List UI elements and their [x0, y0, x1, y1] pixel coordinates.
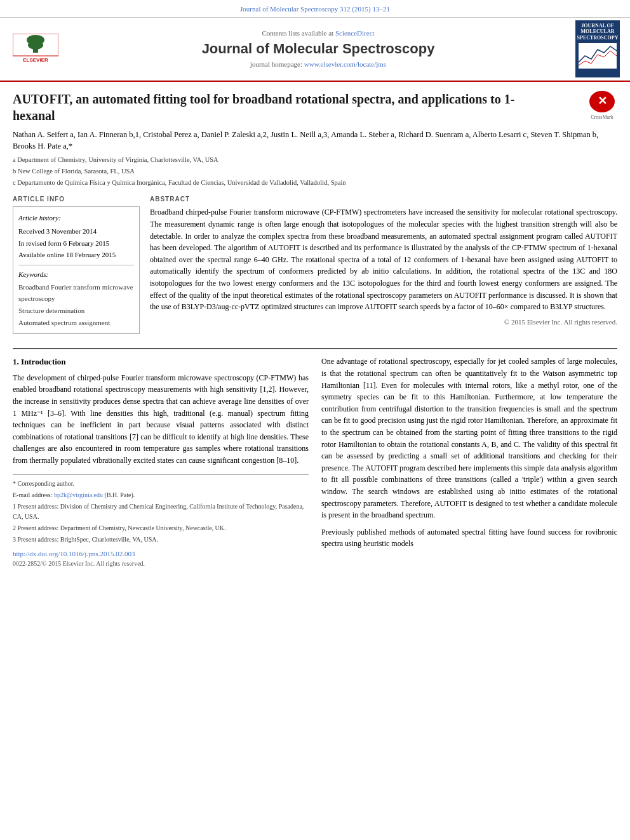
issn-line: 0022-2852/© 2015 Elsevier Inc. All right… — [13, 559, 309, 568]
body-right-col: One advantage of rotational spectroscopy… — [321, 356, 617, 568]
abstract-label: ABSTRACT — [150, 194, 617, 204]
journal-main-title: Journal of Molecular Spectroscopy — [61, 38, 575, 59]
affiliation-c: c Departamento de Química Física y Quími… — [13, 178, 617, 189]
email-label: E-mail address: — [13, 491, 52, 498]
crossmark-label: CrossMark — [591, 114, 613, 121]
corresponding-label: * Corresponding author. — [13, 479, 309, 489]
crossmark-badge: ✕ CrossMark — [587, 91, 617, 121]
cover-journal-title: JOURNAL OFMOLECULARSPECTROSCOPY — [577, 23, 619, 41]
body-two-col: 1. Introduction The development of chirp… — [13, 356, 617, 568]
keywords-list: Broadband Fourier transform microwave sp… — [18, 281, 134, 329]
journal-homepage: journal homepage: www.elsevier.com/locat… — [61, 59, 575, 70]
article-title-section: AUTOFIT, an automated fitting tool for b… — [13, 91, 617, 124]
intro-para2: One advantage of rotational spectroscopy… — [321, 356, 617, 521]
intro-body-right-text: One advantage of rotational spectroscopy… — [321, 356, 617, 550]
journal-title-center: Contents lists available at ScienceDirec… — [61, 28, 575, 70]
email-line: E-mail address: bp2k@virginia.edu (B.H. … — [13, 490, 309, 500]
affiliation-a: a Department of Chemistry, University of… — [13, 155, 617, 166]
crossmark-icon: ✕ — [589, 91, 615, 112]
article-history: Article history: Received 3 November 201… — [18, 212, 134, 261]
history-label: Article history: — [18, 212, 134, 224]
intro-para1: The development of chirped-pulse Fourier… — [13, 372, 309, 467]
footnote3: 3 Present address: BrightSpec, Charlotte… — [13, 535, 309, 545]
intro-heading: 1. Introduction — [13, 356, 309, 368]
affiliation-b: b New College of Florida, Sarasota, FL, … — [13, 166, 617, 177]
journal-header: Journal of Molecular Spectroscopy 312 (2… — [0, 0, 630, 82]
keyword-2: Structure determination — [18, 305, 134, 317]
affiliations: a Department of Chemistry, University of… — [13, 155, 617, 188]
email-name: (B.H. Pate). — [105, 491, 135, 498]
journal-cover-image: JOURNAL OFMOLECULARSPECTROSCOPY — [575, 20, 620, 77]
email-address[interactable]: bp2k@virginia.edu — [54, 491, 103, 498]
cover-graph — [579, 43, 617, 69]
elsevier-logo: ELSEVIER — [10, 33, 61, 65]
sciencedirect-link[interactable]: ScienceDirect — [335, 29, 375, 37]
abstract-box: Broadband chirped-pulse Fourier transfor… — [150, 206, 617, 327]
article-info-label: ARTICLE INFO — [13, 194, 140, 204]
journal-banner: ELSEVIER Contents lists available at Sci… — [0, 17, 630, 81]
keywords-label: Keywords: — [18, 269, 134, 280]
keyword-3: Automated spectrum assignment — [18, 317, 134, 329]
body-left-col: 1. Introduction The development of chirp… — [13, 356, 309, 568]
doi-line[interactable]: http://dx.doi.org/10.1016/j.jms.2015.02.… — [13, 549, 309, 559]
section-separator — [13, 348, 617, 349]
footnote1: 1 Present address: Division of Chemistry… — [13, 502, 309, 522]
article-info-box: Article history: Received 3 November 201… — [13, 206, 140, 334]
intro-para3: Previously published methods of automate… — [321, 526, 617, 550]
left-column: ARTICLE INFO Article history: Received 3… — [13, 194, 140, 339]
authors-line: Nathan A. Seifert a, Ian A. Finneran b,1… — [13, 129, 617, 153]
revised-date: In revised form 6 February 2015 — [18, 237, 134, 250]
contents-line: Contents lists available at ScienceDirec… — [61, 28, 575, 39]
copyright-line: © 2015 Elsevier Inc. All rights reserved… — [150, 317, 617, 328]
homepage-url[interactable]: www.elsevier.com/locate/jms — [304, 60, 386, 68]
available-date: Available online 18 February 2015 — [18, 249, 134, 261]
article-title: AUTOFIT, an automated fitting tool for b… — [13, 91, 533, 124]
intro-body-text: The development of chirped-pulse Fourier… — [13, 372, 309, 467]
article-info-abstract-section: ARTICLE INFO Article history: Received 3… — [13, 194, 617, 339]
abstract-text: Broadband chirped-pulse Fourier transfor… — [150, 206, 617, 312]
footnote2: 2 Present address: Department of Chemist… — [13, 523, 309, 533]
authors-text: Nathan A. Seifert a, Ian A. Finneran b,1… — [13, 130, 598, 151]
journal-ref: Journal of Molecular Spectroscopy 312 (2… — [240, 4, 390, 15]
main-content: AUTOFIT, an automated fitting tool for b… — [0, 82, 630, 575]
svg-point-3 — [28, 41, 43, 50]
right-column: ABSTRACT Broadband chirped-pulse Fourier… — [150, 194, 617, 339]
received-date: Received 3 November 2014 — [18, 225, 134, 237]
footnotes-section: * Corresponding author. E-mail address: … — [13, 474, 309, 545]
info-divider — [18, 265, 134, 265]
keyword-1: Broadband Fourier transform microwave sp… — [18, 281, 134, 305]
svg-text:ELSEVIER: ELSEVIER — [23, 57, 48, 63]
